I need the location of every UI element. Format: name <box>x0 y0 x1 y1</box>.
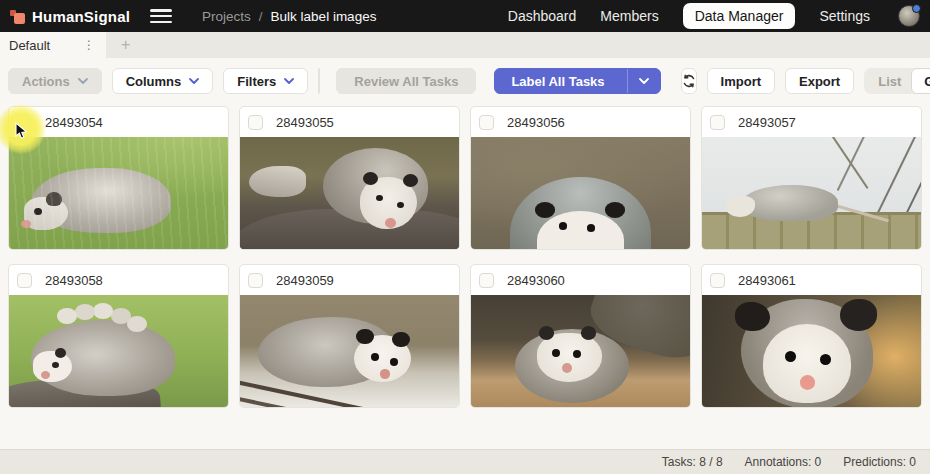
photo-detail <box>24 197 68 229</box>
task-id: 28493054 <box>45 115 103 130</box>
task-card-header: 28493058 <box>9 265 228 295</box>
photo-detail <box>249 166 306 197</box>
task-image[interactable] <box>471 137 690 249</box>
tab-menu-icon[interactable]: ⋮ <box>81 38 97 52</box>
task-card-header: 28493057 <box>702 107 921 137</box>
data-manager-content: Actions Columns Filters not set Review A… <box>0 58 930 449</box>
photo-detail <box>363 172 378 185</box>
tab-default-label: Default <box>9 38 50 53</box>
import-button[interactable]: Import <box>707 68 775 94</box>
data-manager-app: HumanSignal Projects / Bulk label images… <box>0 0 930 474</box>
breadcrumb-current-project: Bulk label images <box>271 9 377 24</box>
task-image[interactable] <box>9 137 228 249</box>
review-all-tasks-button[interactable]: Review All Tasks <box>336 68 476 94</box>
photo-detail <box>763 324 851 402</box>
task-checkbox[interactable] <box>479 115 494 130</box>
task-checkbox[interactable] <box>17 273 32 288</box>
view-list-button[interactable]: List <box>868 74 911 89</box>
task-checkbox[interactable] <box>710 273 725 288</box>
label-all-tasks-button[interactable]: Label All Tasks <box>494 68 660 94</box>
task-image[interactable] <box>240 295 459 407</box>
task-checkbox[interactable] <box>248 115 263 130</box>
task-card[interactable]: 28493061 <box>701 264 922 408</box>
photo-detail <box>559 222 568 230</box>
task-card[interactable]: 28493059 <box>239 264 460 408</box>
task-card[interactable]: 28493054 <box>8 106 229 250</box>
photo-detail <box>34 208 42 215</box>
nav-members[interactable]: Members <box>600 8 658 24</box>
logo-text: HumanSignal <box>32 8 130 25</box>
task-card[interactable]: 28493060 <box>470 264 691 408</box>
photo-detail <box>55 348 66 358</box>
nav-data-manager[interactable]: Data Manager <box>683 3 796 29</box>
task-image[interactable] <box>240 137 459 249</box>
task-card-header: 28493059 <box>240 265 459 295</box>
task-id: 28493057 <box>738 115 796 130</box>
photo-detail <box>785 351 796 362</box>
columns-button[interactable]: Columns <box>112 68 214 94</box>
filters-button[interactable]: Filters <box>223 68 308 94</box>
chevron-down-icon <box>78 78 88 84</box>
task-checkbox[interactable] <box>710 115 725 130</box>
filters-label: Filters <box>237 74 276 89</box>
ordering-value[interactable]: not set <box>319 69 320 93</box>
photo-detail <box>46 192 61 207</box>
hamburger-menu-icon[interactable] <box>150 9 172 23</box>
task-card[interactable]: 28493055 <box>239 106 460 250</box>
photo-detail <box>735 302 770 331</box>
task-id: 28493061 <box>738 273 796 288</box>
export-button[interactable]: Export <box>785 68 854 94</box>
annotations-count: Annotations: 0 <box>745 455 822 469</box>
task-card-header: 28493054 <box>9 107 228 137</box>
review-all-tasks-label: Review All Tasks <box>354 74 458 89</box>
humansignal-logo[interactable]: HumanSignal <box>10 8 130 25</box>
import-label: Import <box>721 74 761 89</box>
task-image[interactable] <box>9 295 228 407</box>
chevron-down-icon <box>189 78 199 84</box>
task-checkbox[interactable] <box>479 273 494 288</box>
view-grid-button[interactable]: Grid <box>911 68 930 94</box>
chevron-down-icon <box>639 78 649 84</box>
tab-default[interactable]: Default ⋮ <box>0 32 106 58</box>
photo-detail <box>605 202 626 218</box>
task-id: 28493058 <box>45 273 103 288</box>
task-card-header: 28493060 <box>471 265 690 295</box>
chevron-down-icon <box>284 78 294 84</box>
view-tabs-bar: Default ⋮ + <box>0 32 930 58</box>
add-tab-icon[interactable]: + <box>121 37 130 53</box>
photo-detail <box>823 137 868 189</box>
photo-detail <box>57 308 77 324</box>
photo-detail <box>876 137 920 214</box>
actions-label: Actions <box>22 74 70 89</box>
user-avatar[interactable] <box>898 5 920 27</box>
top-navigation: Dashboard Members Data Manager Settings <box>508 3 920 29</box>
toolbar: Actions Columns Filters not set Review A… <box>0 58 930 102</box>
task-card[interactable]: 28493056 <box>470 106 691 250</box>
nav-dashboard[interactable]: Dashboard <box>508 8 577 24</box>
actions-button[interactable]: Actions <box>8 68 102 94</box>
breadcrumb-projects[interactable]: Projects <box>202 9 251 24</box>
task-card-header: 28493055 <box>240 107 459 137</box>
nav-settings[interactable]: Settings <box>819 8 870 24</box>
photo-detail <box>726 196 754 216</box>
task-image[interactable] <box>702 295 921 407</box>
task-grid: 28493054 28493055 28493056 <box>0 102 930 408</box>
presence-dot <box>912 4 921 13</box>
breadcrumb-separator: / <box>259 9 263 24</box>
label-all-tasks-dropdown[interactable] <box>627 69 660 93</box>
export-label: Export <box>799 74 840 89</box>
task-checkbox[interactable] <box>17 115 32 130</box>
photo-detail <box>840 299 877 330</box>
task-id: 28493060 <box>507 273 565 288</box>
task-id: 28493056 <box>507 115 565 130</box>
task-card[interactable]: 28493058 <box>8 264 229 408</box>
task-image[interactable] <box>471 295 690 407</box>
task-card[interactable]: 28493057 <box>701 106 922 250</box>
task-checkbox[interactable] <box>248 273 263 288</box>
refresh-button[interactable] <box>681 68 697 94</box>
status-bar: Tasks: 8 / 8 Annotations: 0 Predictions:… <box>0 449 930 474</box>
photo-detail <box>21 220 31 228</box>
photo-detail <box>31 168 171 233</box>
task-image[interactable] <box>702 137 921 249</box>
refresh-icon <box>682 74 696 88</box>
